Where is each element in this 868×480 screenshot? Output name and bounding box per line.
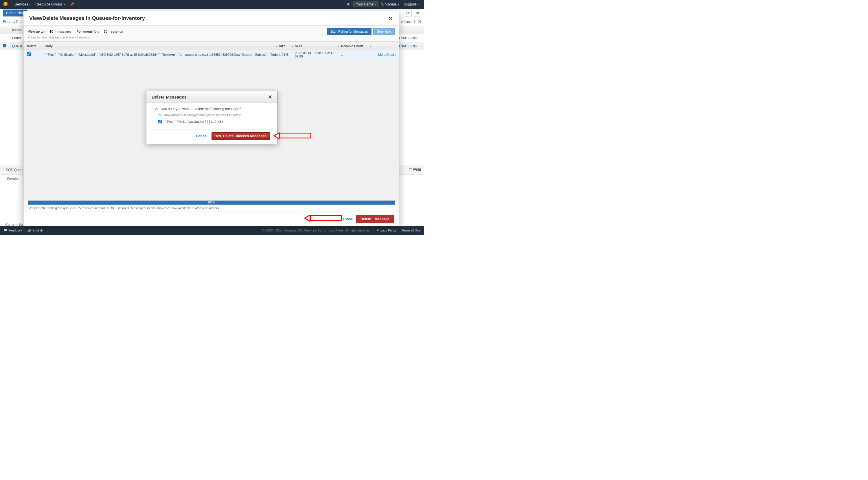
nav-support[interactable]: Support▾ bbox=[402, 2, 421, 6]
start-polling-button[interactable]: Start Polling for Messages bbox=[327, 28, 372, 35]
confirm-question: Are you sure you want to delete the foll… bbox=[155, 107, 269, 111]
seconds-unit: seconds bbox=[111, 30, 123, 33]
message-size: 1.2 KB bbox=[279, 53, 295, 56]
caret-down-icon: ▾ bbox=[398, 3, 399, 6]
top-nav: Services▾ Resource Groups▾ 📌 Your Name▾ … bbox=[0, 0, 424, 9]
tab-details[interactable]: Details bbox=[3, 175, 23, 183]
bell-icon[interactable] bbox=[346, 2, 350, 7]
page-next-icon[interactable]: ❯ bbox=[413, 20, 416, 24]
message-receive-count: 1 bbox=[341, 53, 373, 56]
row-checkbox[interactable] bbox=[3, 36, 6, 39]
items-count: 2 items bbox=[401, 20, 411, 24]
feedback-link[interactable]: Feedback bbox=[3, 229, 22, 232]
page-last-icon[interactable]: ❯| bbox=[417, 20, 421, 24]
polling-status: Stopped after polling the queue at 0.5 r… bbox=[24, 205, 399, 211]
terms-of-use-link[interactable]: Terms of Use bbox=[402, 229, 421, 232]
nav-support-label: Support bbox=[404, 2, 416, 6]
col-name-header[interactable]: Name bbox=[12, 28, 22, 32]
message-body: { "Type" : "Notification", "MessageId" :… bbox=[42, 53, 279, 56]
footer: Feedback English © 2008 - 2017, Amazon W… bbox=[0, 226, 424, 235]
privacy-policy-link[interactable]: Privacy Policy bbox=[377, 229, 396, 232]
speech-bubble-icon bbox=[3, 229, 7, 232]
col-receive-count-header[interactable]: Receive Count▾ bbox=[341, 44, 373, 48]
sort-caret-icon: ▾ bbox=[370, 45, 371, 48]
sort-caret-icon: ▾ bbox=[276, 45, 277, 48]
language-label: English bbox=[32, 229, 43, 232]
layout-icon-2[interactable] bbox=[413, 169, 416, 171]
progress-bar: 100% bbox=[28, 201, 395, 205]
settings-gear-icon[interactable] bbox=[413, 9, 421, 16]
details-strip-label: 1 SQS Queue bbox=[3, 168, 25, 172]
message-delete-checkbox[interactable] bbox=[27, 52, 31, 56]
confirm-item-text: { "Type" : "Noti...."wns/badge"} } } (1.… bbox=[163, 120, 223, 124]
caret-down-icon: ▾ bbox=[417, 3, 418, 6]
cancel-link[interactable]: Cancel bbox=[196, 134, 207, 138]
caret-down-icon: ▾ bbox=[64, 3, 65, 6]
layout-icon-1[interactable] bbox=[409, 169, 412, 171]
row-checkbox[interactable] bbox=[3, 44, 6, 47]
nav-resource-groups[interactable]: Resource Groups▾ bbox=[33, 2, 67, 6]
more-details-link[interactable]: More Details bbox=[373, 53, 399, 56]
globe-icon bbox=[28, 229, 31, 232]
nav-region-label: N. Virginia bbox=[381, 2, 397, 6]
col-size-header[interactable]: Size▾ bbox=[279, 44, 295, 48]
confirm-item: { "Type" : "Noti...."wns/badge"} } } (1.… bbox=[155, 119, 269, 124]
confirm-footer: Cancel Yes, Delete Checked Messages bbox=[154, 129, 270, 144]
queue-created: 4 GMT-07:00 bbox=[398, 36, 424, 40]
nav-resource-groups-label: Resource Groups bbox=[35, 2, 62, 6]
queue-name: Order bbox=[12, 36, 21, 40]
polling-subtext: Polling for new messages once every 2 se… bbox=[28, 36, 395, 39]
layout-icon-3[interactable] bbox=[417, 169, 421, 171]
confirm-hint: You may uncheck messages that you do not… bbox=[155, 113, 269, 117]
poll-for-input[interactable] bbox=[101, 29, 110, 34]
confirm-title: Delete Messages bbox=[152, 95, 187, 99]
aws-cube-icon[interactable] bbox=[3, 1, 12, 7]
filter-label: Filter by Pre bbox=[3, 20, 22, 24]
confirm-item-checkbox[interactable] bbox=[158, 119, 162, 124]
confirm-body: Are you sure you want to delete the foll… bbox=[146, 103, 277, 126]
yes-delete-button[interactable]: Yes, Delete Checked Messages bbox=[212, 132, 270, 140]
copyright-text: © 2008 - 2017, Amazon Web Services, Inc.… bbox=[262, 229, 372, 232]
delete-message-button[interactable]: Delete 1 Message bbox=[356, 215, 394, 223]
feedback-label: Feedback bbox=[8, 229, 22, 232]
language-link[interactable]: English bbox=[28, 229, 43, 232]
refresh-icon[interactable] bbox=[404, 9, 412, 16]
progress-wrap: 100% bbox=[24, 201, 399, 205]
select-all-checkbox[interactable] bbox=[3, 28, 6, 31]
modal-title: View/Delete Messages in Queues-for-Inven… bbox=[29, 15, 145, 22]
nav-your-name[interactable]: Your Name▾ bbox=[353, 1, 378, 7]
stop-now-button: Stop Now bbox=[373, 28, 395, 35]
close-icon[interactable]: ✕ bbox=[268, 94, 272, 100]
col-delete-header[interactable]: Delete bbox=[24, 44, 42, 48]
caret-down-icon: ▾ bbox=[29, 3, 31, 6]
view-up-to-input[interactable] bbox=[46, 29, 56, 34]
queue-name: Queue bbox=[12, 44, 23, 48]
close-icon[interactable]: ✕ bbox=[388, 15, 393, 22]
confirm-delete-modal: Delete Messages ✕ Are you sure you want … bbox=[146, 91, 278, 144]
caret-down-icon: ▾ bbox=[374, 3, 376, 6]
message-row[interactable]: { "Type" : "Notification", "MessageId" :… bbox=[24, 50, 399, 59]
nav-services-label: Services bbox=[15, 2, 28, 6]
messages-table-header: Delete Body▾ Size▾ Sent▾ Receive Count▾ bbox=[24, 42, 399, 50]
nav-your-name-label: Your Name bbox=[356, 2, 373, 6]
messages-unit: messages bbox=[57, 30, 71, 33]
sort-caret-icon: ▾ bbox=[338, 45, 339, 48]
poll-for-label: Poll queue for: bbox=[77, 30, 99, 33]
message-sent: 2017-08-14 13:59:29 GMT-07:00 bbox=[295, 51, 341, 58]
nav-region[interactable]: N. Virginia▾ bbox=[378, 2, 402, 6]
details-tabs: Details bbox=[3, 175, 23, 183]
nav-services[interactable]: Services▾ bbox=[12, 2, 33, 6]
col-sent-header[interactable]: Sent▾ bbox=[295, 44, 341, 48]
view-up-to-label: View up to: bbox=[28, 30, 44, 33]
close-link[interactable]: Close bbox=[343, 217, 353, 221]
modal-footer: Close Delete 1 Message bbox=[24, 211, 399, 226]
col-body-header[interactable]: Body▾ bbox=[42, 44, 279, 48]
queue-created: 3 GMT-07:00 bbox=[398, 44, 424, 48]
sort-caret-icon: ▾ bbox=[292, 45, 293, 48]
modal-controls: View up to: messages Poll queue for: sec… bbox=[24, 26, 399, 42]
nav-pin-icon[interactable]: 📌 bbox=[67, 2, 76, 6]
modal-header: View/Delete Messages in Queues-for-Inven… bbox=[24, 11, 399, 26]
confirm-header: Delete Messages ✕ bbox=[146, 91, 277, 103]
